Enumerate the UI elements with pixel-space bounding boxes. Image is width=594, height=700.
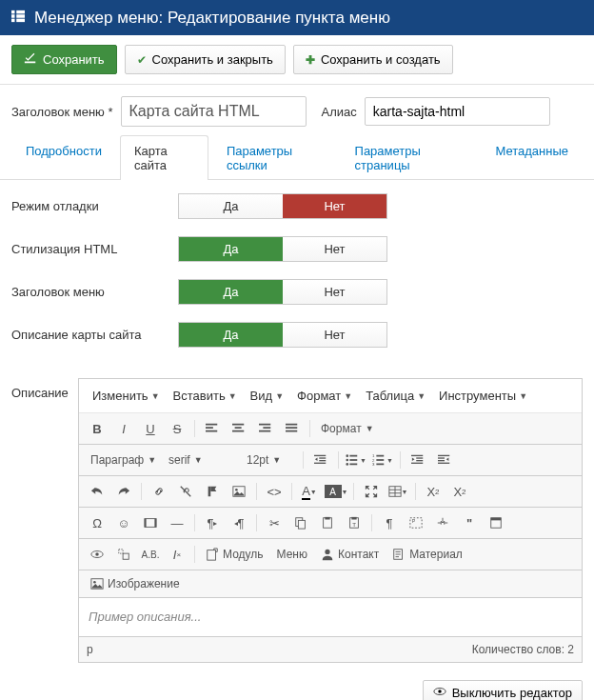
svg-rect-56	[325, 517, 329, 520]
ltr-button[interactable]: ¶▸	[200, 511, 225, 534]
align-left-button[interactable]	[200, 417, 225, 440]
desc-no[interactable]: Нет	[283, 323, 386, 347]
svg-rect-20	[319, 457, 326, 458]
caret-icon: ▼	[360, 457, 366, 464]
italic-button[interactable]: I	[111, 417, 136, 440]
abs-button[interactable]	[111, 543, 136, 566]
separator	[194, 514, 195, 531]
number-list-button[interactable]: 123▼	[370, 449, 395, 471]
tab-sitemap[interactable]: Карта сайта	[120, 135, 208, 180]
menu-table[interactable]: Таблица▼	[360, 385, 431, 407]
menu-view[interactable]: Вид▼	[245, 385, 289, 407]
copy-button[interactable]	[288, 511, 313, 534]
svg-point-77	[438, 690, 442, 693]
format-select[interactable]: Формат▼	[315, 419, 380, 438]
desc-toggle: Да Нет	[178, 322, 387, 348]
tab-details[interactable]: Подробности	[11, 135, 116, 180]
svg-rect-63	[491, 518, 502, 521]
paragraph-select[interactable]: Параграф▼	[85, 450, 161, 470]
svg-rect-7	[206, 424, 217, 426]
bg-color-button[interactable]: A▼	[324, 480, 348, 503]
module-button[interactable]: Модуль	[200, 545, 269, 564]
menu-edit[interactable]: Изменить▼	[87, 385, 166, 407]
paste-button[interactable]	[315, 511, 340, 534]
bold-button[interactable]: B	[85, 417, 109, 440]
anchor-button[interactable]	[200, 480, 225, 503]
cut-button[interactable]: ✂	[262, 511, 287, 534]
table-button[interactable]: ▼	[386, 480, 410, 503]
abbr-button[interactable]: A.B.	[138, 543, 163, 566]
image-button[interactable]	[227, 480, 251, 503]
nbsp-button[interactable]	[430, 511, 455, 534]
hr-button[interactable]: —	[165, 511, 189, 534]
separator	[256, 483, 257, 500]
editor-row: Описание Изменить▼ Вставить▼ Вид▼ Формат…	[0, 378, 594, 674]
toolbar-row-4: Ω ☺ — ¶▸ ◂¶ ✂ T ¶ P "	[79, 508, 582, 539]
font-size-select[interactable]: 12pt▼	[241, 450, 298, 470]
align-center-button[interactable]	[227, 417, 251, 440]
preview-button[interactable]	[85, 543, 109, 566]
strike-button[interactable]: S	[165, 417, 189, 440]
debug-no[interactable]: Нет	[283, 194, 386, 218]
tab-metadata[interactable]: Метаданные	[481, 135, 583, 180]
text-color-button[interactable]: A▼	[297, 480, 322, 503]
bullet-list-button[interactable]: ▼	[344, 449, 368, 471]
separator	[194, 420, 195, 437]
show-invisible-button[interactable]: ¶	[377, 511, 402, 534]
element-path[interactable]: p	[87, 643, 93, 656]
debug-label: Режим отладки	[11, 199, 178, 213]
svg-rect-39	[438, 455, 449, 456]
tab-link-params[interactable]: Параметры ссылки	[212, 135, 337, 180]
emoticon-button[interactable]: ☺	[111, 511, 136, 534]
styling-yes[interactable]: Да	[179, 237, 283, 261]
undo-button[interactable]	[85, 480, 109, 503]
menu-insert[interactable]: Вставить▼	[168, 385, 243, 407]
font-family-select[interactable]: serif▼	[163, 450, 239, 470]
desc-yes[interactable]: Да	[179, 323, 283, 347]
debug-yes[interactable]: Да	[179, 194, 283, 218]
toggle-editor-button[interactable]: Выключить редактор	[423, 680, 583, 700]
superscript-button[interactable]: X2	[447, 480, 472, 503]
paste-text-button[interactable]: T	[342, 511, 366, 534]
subscript-button[interactable]: X2	[421, 480, 446, 503]
show-blocks-button[interactable]: P	[404, 511, 428, 534]
rtl-button[interactable]: ◂¶	[227, 511, 251, 534]
save-close-button[interactable]: ✔ Сохранить и закрыть	[125, 45, 286, 74]
menu-button[interactable]: Меню	[271, 545, 313, 564]
indent-button[interactable]	[406, 449, 430, 471]
toolbar-row-1: B I U S Формат▼	[79, 413, 582, 445]
alias-input[interactable]	[365, 97, 550, 126]
tab-page-params[interactable]: Параметры страницы	[341, 135, 478, 180]
align-right-button[interactable]	[253, 417, 278, 440]
contact-button[interactable]: Контакт	[315, 545, 385, 564]
styling-no[interactable]: Нет	[283, 237, 386, 261]
link-button[interactable]	[147, 480, 171, 503]
special-char-button[interactable]: Ω	[85, 511, 109, 534]
unlink-button[interactable]	[173, 480, 198, 503]
toolbar-row-6: Изображение	[79, 570, 582, 598]
menu-title-no[interactable]: Нет	[283, 280, 386, 304]
menu-format[interactable]: Формат▼	[291, 385, 358, 407]
underline-button[interactable]: U	[138, 417, 163, 440]
material-button[interactable]: Материал	[386, 545, 468, 564]
redo-button[interactable]	[111, 480, 136, 503]
title-input[interactable]	[121, 96, 307, 127]
outdent2-button[interactable]	[432, 449, 457, 471]
fullscreen-button[interactable]	[359, 480, 384, 503]
menu-tools[interactable]: Инструменты▼	[433, 385, 533, 407]
save-button[interactable]: Сохранить	[11, 45, 117, 74]
editor-content[interactable]: Пример описания...	[79, 598, 582, 636]
debug-row: Режим отладки Да Нет	[11, 193, 583, 219]
code-button[interactable]: <>	[262, 480, 287, 503]
svg-rect-21	[319, 460, 326, 461]
template-button[interactable]	[484, 511, 508, 534]
media-button[interactable]	[138, 511, 163, 534]
clear-format-button[interactable]: I×	[165, 543, 189, 566]
settings-panel: Режим отладки Да Нет Стилизация HTML Да …	[0, 180, 594, 378]
save-new-button[interactable]: ✚ Сохранить и создать	[293, 45, 453, 74]
quote-button[interactable]: "	[457, 511, 482, 534]
align-justify-button[interactable]	[280, 417, 305, 440]
menu-title-yes[interactable]: Да	[179, 280, 283, 304]
outdent-button[interactable]	[308, 449, 333, 471]
insert-image-button[interactable]: Изображение	[85, 574, 186, 593]
